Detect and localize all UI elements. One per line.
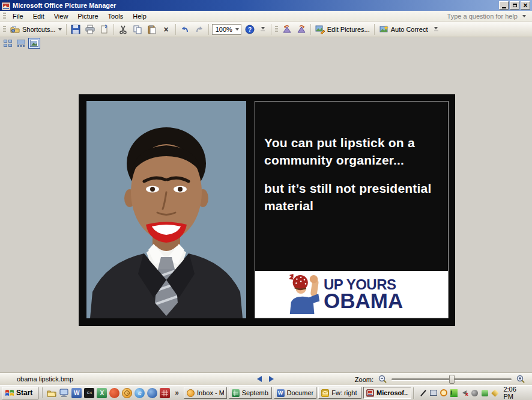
chevron-down-icon	[235, 28, 239, 31]
menu-file[interactable]: File	[8, 11, 28, 21]
menu-help[interactable]: Help	[128, 11, 151, 21]
undo-icon	[180, 25, 190, 34]
close-button[interactable]: ×	[521, 1, 530, 10]
rosie-riveter-icon	[285, 272, 322, 317]
print-button[interactable]	[83, 23, 97, 36]
taskbar: Start W C:\ X e » Inbox - M	[0, 385, 532, 400]
minimize-button[interactable]	[499, 1, 509, 10]
menu-grip	[3, 13, 6, 20]
caption-panel: You can put lipstick on a community orga…	[255, 101, 449, 318]
previous-picture-button[interactable]	[257, 376, 262, 382]
reminder-clock-icon[interactable]	[440, 389, 448, 398]
toolbar-options-button[interactable]	[432, 23, 440, 36]
help-button[interactable]: ?	[243, 23, 257, 36]
folder-icon[interactable]	[46, 388, 56, 398]
menu-tools[interactable]: Tools	[103, 11, 128, 21]
help-question-box[interactable]: Type a question for help	[445, 12, 528, 20]
task-button-inbox[interactable]: Inbox - M...	[184, 387, 227, 399]
info-status-icon[interactable]: i	[450, 389, 458, 398]
next-picture-button[interactable]	[269, 376, 274, 382]
undo-button[interactable]	[178, 23, 192, 36]
task-button-excel[interactable]: Septemb...	[229, 387, 272, 399]
picture-manager-window: Microsoft Office Picture Manager × File …	[0, 0, 532, 400]
pen-icon[interactable]	[419, 389, 427, 398]
task-button-word[interactable]: W Documen...	[274, 387, 317, 399]
rotate-left-icon	[282, 25, 292, 34]
show-desktop-icon[interactable]	[59, 388, 69, 398]
zoom-combo[interactable]: 100%	[212, 24, 241, 35]
envelope-icon	[321, 389, 329, 397]
restore-button[interactable]	[510, 1, 519, 10]
rotate-right-button[interactable]	[294, 23, 309, 36]
logo-text: UP YOURS OBAMA	[324, 278, 403, 311]
excel-icon[interactable]: X	[97, 388, 107, 398]
separator	[271, 24, 271, 35]
volume-muted-icon[interactable]: x	[460, 389, 468, 398]
title-bar: Microsoft Office Picture Manager ×	[0, 0, 532, 11]
copy-button[interactable]	[130, 23, 145, 36]
zoom-in-icon[interactable]	[516, 375, 525, 384]
outlook-icon	[187, 389, 195, 397]
start-button[interactable]: Start	[2, 387, 38, 399]
delete-button[interactable]: ×	[159, 23, 174, 36]
close-icon: ×	[523, 2, 527, 8]
shortcuts-label: Shortcuts...	[22, 26, 56, 33]
toolbar-options-button[interactable]	[259, 23, 267, 36]
gold-utility-icon[interactable]	[491, 389, 499, 398]
thumbnail-view-icon	[4, 40, 12, 47]
edit-pictures-button[interactable]: Edit Pictures...	[313, 23, 372, 36]
command-prompt-icon[interactable]: C:\	[84, 388, 94, 398]
menu-edit[interactable]: Edit	[28, 11, 49, 21]
separator	[374, 24, 375, 35]
edit-pictures-label: Edit Pictures...	[327, 26, 370, 33]
powerpoint-icon[interactable]	[109, 388, 119, 398]
zoom-slider-thumb[interactable]	[449, 375, 455, 384]
separator	[42, 387, 43, 398]
menu-picture[interactable]: Picture	[73, 11, 103, 21]
sphere-icon[interactable]	[470, 389, 479, 398]
auto-correct-icon	[379, 25, 388, 34]
updates-icon[interactable]	[480, 389, 489, 398]
menu-view[interactable]: View	[49, 11, 73, 21]
save-icon	[71, 25, 80, 34]
word-icon[interactable]: W	[71, 388, 82, 398]
auto-correct-button[interactable]: Auto Correct	[376, 23, 431, 36]
single-picture-view-button[interactable]	[28, 38, 40, 49]
email-button[interactable]	[97, 23, 112, 36]
help-question-text: Type a question for help	[447, 13, 518, 20]
outlook-icon[interactable]	[122, 388, 132, 398]
auto-correct-label: Auto Correct	[391, 26, 428, 33]
task-button-picture-manager[interactable]: Microsof...	[363, 387, 411, 399]
redo-button[interactable]	[192, 23, 207, 36]
zoom-slider-track[interactable]	[391, 378, 512, 380]
picture-canvas: You can put lipstick on a community orga…	[0, 49, 532, 372]
separator	[208, 24, 209, 35]
thumbnail-view-button[interactable]	[2, 38, 14, 49]
internet-explorer-icon[interactable]: e	[135, 388, 145, 398]
display-settings-icon[interactable]	[429, 389, 438, 398]
excel-icon	[232, 389, 240, 397]
save-button[interactable]	[68, 23, 83, 36]
zoom-out-icon[interactable]	[378, 375, 387, 384]
shortcuts-icon	[10, 25, 20, 34]
zoom-value: 100%	[216, 26, 232, 33]
separator	[66, 24, 67, 35]
globe-icon[interactable]	[147, 388, 157, 398]
delete-icon: ×	[162, 25, 171, 34]
current-filename: obama lipstick.bmp	[17, 375, 73, 383]
paste-icon	[147, 25, 157, 34]
caption-text: You can put lipstick on a community orga…	[255, 102, 448, 214]
chevron-down-icon	[434, 27, 438, 29]
restore-icon	[513, 4, 517, 7]
task-button-mail[interactable]: Fw: right ...	[318, 387, 361, 399]
paste-button[interactable]	[145, 23, 159, 36]
shortcuts-button[interactable]: Shortcuts...	[8, 23, 64, 36]
windows-logo-icon	[5, 389, 14, 397]
rotate-right-icon	[297, 25, 306, 34]
rotate-left-button[interactable]	[280, 23, 294, 36]
redo-icon	[195, 25, 204, 34]
quick-launch-overflow-button[interactable]: »	[175, 389, 179, 397]
filmstrip-view-button[interactable]	[15, 38, 27, 49]
cut-button[interactable]	[116, 23, 130, 36]
red-app-icon[interactable]	[160, 388, 170, 398]
